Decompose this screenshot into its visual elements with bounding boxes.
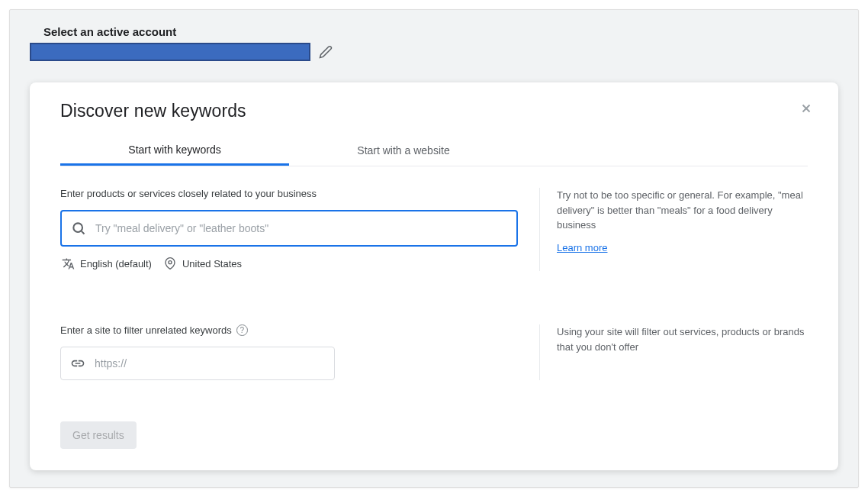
card-title: Discover new keywords xyxy=(60,101,808,121)
tab-start-website[interactable]: Start with a website xyxy=(289,135,518,166)
help-icon[interactable]: ? xyxy=(236,324,248,336)
svg-line-3 xyxy=(82,231,85,234)
site-input[interactable] xyxy=(95,357,325,370)
get-results-button[interactable]: Get results xyxy=(60,421,137,449)
tab-start-keywords[interactable]: Start with keywords xyxy=(60,135,289,166)
language-icon xyxy=(60,256,76,271)
site-label: Enter a site to filter unrelated keyword… xyxy=(60,324,518,336)
svg-point-4 xyxy=(169,261,172,264)
keyword-input-wrap[interactable] xyxy=(60,210,518,247)
keyword-input[interactable] xyxy=(95,222,507,234)
discover-card: Discover new keywords Start with keyword… xyxy=(30,82,838,470)
site-left: Enter a site to filter unrelated keyword… xyxy=(60,324,518,380)
location-selector[interactable]: United States xyxy=(162,256,242,271)
site-tip: Using your site will filter out services… xyxy=(539,324,808,380)
tabs: Start with keywords Start with a website xyxy=(60,135,808,166)
edit-icon[interactable] xyxy=(318,44,333,60)
close-icon[interactable] xyxy=(797,99,815,118)
page-container: Select an active account Discover new ke… xyxy=(9,9,859,488)
keyword-label: Enter products or services closely relat… xyxy=(60,188,518,199)
account-dropdown[interactable] xyxy=(30,43,310,61)
svg-point-2 xyxy=(73,223,82,232)
site-label-text: Enter a site to filter unrelated keyword… xyxy=(60,324,232,336)
account-header: Select an active account xyxy=(10,10,858,38)
location-icon xyxy=(162,256,178,271)
location-text: United States xyxy=(182,258,242,269)
keyword-left: Enter products or services closely relat… xyxy=(60,188,518,271)
link-icon xyxy=(70,356,85,371)
keyword-tip-text: Try not to be too specific or general. F… xyxy=(557,188,808,233)
site-tip-text: Using your site will filter out services… xyxy=(557,324,808,354)
site-input-wrap[interactable] xyxy=(60,347,335,380)
account-select-row xyxy=(10,43,858,61)
learn-more-link[interactable]: Learn more xyxy=(557,240,607,256)
account-label: Select an active account xyxy=(43,25,858,38)
language-text: English (default) xyxy=(80,258,152,269)
search-icon xyxy=(71,221,86,236)
keyword-section: Enter products or services closely relat… xyxy=(60,188,808,271)
site-section: Enter a site to filter unrelated keyword… xyxy=(60,324,808,380)
keyword-meta-row: English (default) United States xyxy=(60,256,518,271)
keyword-tip: Try not to be too specific or general. F… xyxy=(539,188,808,271)
language-selector[interactable]: English (default) xyxy=(60,256,152,271)
